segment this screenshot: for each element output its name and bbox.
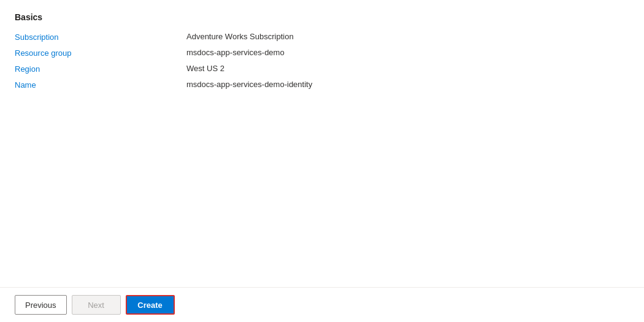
- main-content: Basics SubscriptionAdventure Works Subsc…: [0, 0, 644, 287]
- field-value: msdocs-app-services-demo: [186, 48, 285, 57]
- next-button: Next: [72, 295, 121, 315]
- footer: Previous Next Create: [0, 287, 644, 322]
- field-row: SubscriptionAdventure Works Subscription: [15, 32, 629, 42]
- previous-button[interactable]: Previous: [15, 295, 67, 315]
- field-value: msdocs-app-services-demo-identity: [186, 80, 312, 89]
- field-label: Subscription: [15, 32, 186, 42]
- create-button[interactable]: Create: [126, 295, 175, 315]
- field-label: Name: [15, 80, 186, 90]
- section-title: Basics: [15, 12, 629, 22]
- fields-container: SubscriptionAdventure Works Subscription…: [15, 32, 629, 90]
- field-label: Region: [15, 64, 186, 74]
- field-value: Adventure Works Subscription: [186, 32, 294, 41]
- field-label: Resource group: [15, 48, 186, 58]
- field-row: Resource groupmsdocs-app-services-demo: [15, 48, 629, 58]
- field-row: Namemsdocs-app-services-demo-identity: [15, 80, 629, 90]
- field-row: RegionWest US 2: [15, 64, 629, 74]
- field-value: West US 2: [186, 64, 224, 73]
